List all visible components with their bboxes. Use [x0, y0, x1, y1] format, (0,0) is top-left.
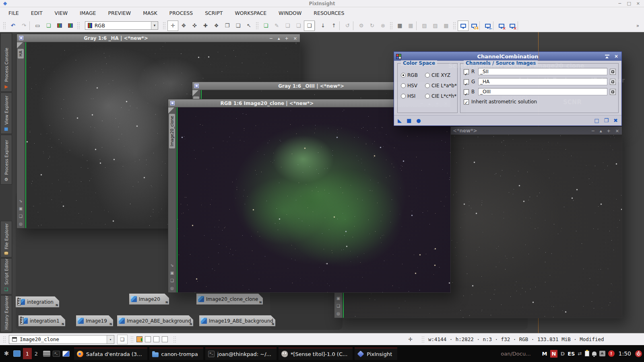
- iconified-integration[interactable]: XISF integration N: [15, 296, 60, 308]
- image-canvas-image20-clone[interactable]: [178, 107, 450, 292]
- iconified-image20-abe-background[interactable]: Image20_ABE_background N: [117, 315, 194, 327]
- duplicate-view-icon[interactable]: ❏: [19, 214, 23, 218]
- tray-n[interactable]: N: [550, 350, 558, 358]
- fit-window-icon[interactable]: ▣: [336, 296, 340, 300]
- input-r[interactable]: _SII: [478, 68, 607, 75]
- real-time-preview-button[interactable]: ●: [416, 118, 421, 123]
- notifications-bell-icon[interactable]: [592, 352, 597, 356]
- radio-cie-lab[interactable]: CIE L*a*b*: [425, 83, 457, 88]
- select-b-button[interactable]: [610, 89, 616, 95]
- drag-handle[interactable]: [3, 336, 6, 343]
- tray-es[interactable]: ES: [568, 351, 575, 357]
- sidebar-tab-script-editor[interactable]: Script Editor ❏: [0, 258, 12, 294]
- new-process-icon[interactable]: ❏: [260, 21, 271, 31]
- menu-image[interactable]: IMAGE: [74, 7, 102, 19]
- load-process-icon[interactable]: ↓: [318, 21, 328, 31]
- menu-script[interactable]: SCRIPT: [199, 7, 229, 19]
- undo-icon[interactable]: ↶: [8, 21, 19, 31]
- menu-preview[interactable]: PREVIEW: [102, 7, 137, 19]
- drag-handle[interactable]: [173, 336, 176, 343]
- checkbox-inherit[interactable]: ✓: [464, 99, 469, 105]
- network-icon[interactable]: ⇄: [578, 351, 582, 356]
- radio-hsi[interactable]: HSI: [401, 93, 425, 99]
- window-icon[interactable]: [19, 36, 23, 40]
- zoom-to-optimal-icon[interactable]: ✜: [189, 21, 200, 31]
- close-image-icon[interactable]: ×: [496, 21, 507, 31]
- select-mode-icon[interactable]: ↖: [244, 21, 254, 31]
- track-view-icon[interactable]: ✛: [167, 21, 178, 31]
- zoom-button[interactable]: +: [285, 36, 289, 41]
- task-gimp[interactable]: *[Sense títol]-1.0 (C...: [279, 348, 353, 360]
- enable-mask-icon[interactable]: ▨: [419, 21, 430, 31]
- checkbox-r[interactable]: ✓: [464, 69, 469, 74]
- app-close-button[interactable]: ×: [636, 0, 640, 7]
- edit-preview-mode-icon[interactable]: ❏: [233, 21, 244, 31]
- new-preview-mode-icon[interactable]: ❐: [222, 21, 233, 31]
- new-image-icon[interactable]: ❏: [43, 21, 54, 31]
- browse-processes-icon[interactable]: ❑: [304, 21, 315, 31]
- task-file-manager[interactable]: canon-trompa: [149, 348, 203, 360]
- paint-launcher-icon[interactable]: [62, 351, 70, 357]
- menu-edit[interactable]: EDIT: [25, 7, 49, 19]
- new-instance-button[interactable]: ❐: [604, 118, 609, 123]
- close-process-icon[interactable]: ⊗: [378, 21, 388, 31]
- channel-display-select[interactable]: RGB ▾: [85, 21, 158, 30]
- menu-file[interactable]: FILE: [2, 7, 25, 19]
- radio-hsv[interactable]: HSV: [401, 83, 425, 88]
- sidebar-tab-file-explorer[interactable]: File Explorer: [0, 221, 12, 258]
- workspace-2-button[interactable]: 2: [32, 348, 41, 359]
- pan-mode-icon[interactable]: ✚: [200, 21, 211, 31]
- duplicate-view-icon[interactable]: ❏: [336, 304, 340, 308]
- save-process-icon[interactable]: ↑: [328, 21, 339, 31]
- center-image-icon[interactable]: ❖: [211, 21, 222, 31]
- window-side-strip[interactable]: Image20_clone ⇘▣❏◎: [168, 107, 176, 292]
- apply-global-button[interactable]: ◣: [398, 118, 402, 123]
- duplicate-view-icon[interactable]: ❏: [170, 279, 174, 283]
- view-tab[interactable]: Image20_clone: [169, 114, 175, 148]
- pointer-mode-icon[interactable]: ✛: [408, 336, 413, 342]
- sidebar-tab-view-explorer[interactable]: View Explorer ■: [0, 93, 12, 134]
- add-process-icon[interactable]: ❏: [293, 21, 304, 31]
- clock[interactable]: 1:50: [619, 350, 631, 357]
- reload-process-icon[interactable]: ↻: [367, 21, 378, 31]
- app-titlebar[interactable]: ◆ PixInsight −□×: [0, 0, 644, 7]
- input-g[interactable]: _HA: [478, 78, 607, 85]
- shade-button[interactable]: ▴: [278, 36, 280, 41]
- resize-corner-icon[interactable]: ⇘: [19, 199, 22, 203]
- track-target-icon[interactable]: ◎: [19, 222, 23, 226]
- iconified-image19-abe-background[interactable]: Image19_ABE_background N: [199, 315, 276, 327]
- fit-window-icon[interactable]: ▣: [170, 271, 174, 275]
- shade-button[interactable]: ▴: [600, 129, 602, 133]
- clipboard-icon[interactable]: [585, 351, 589, 356]
- track-target-icon[interactable]: ◎: [336, 312, 340, 316]
- select-g-button[interactable]: [610, 79, 616, 85]
- workspace-square-3[interactable]: [153, 336, 159, 342]
- radio-cie-lch[interactable]: CIE L*c*h*: [425, 93, 457, 99]
- edit-view-id-icon[interactable]: ▭: [32, 21, 43, 31]
- menu-mask[interactable]: MASK: [137, 7, 163, 19]
- workspace-square-4[interactable]: [162, 336, 168, 342]
- window-list-icon[interactable]: [13, 350, 21, 357]
- input-b[interactable]: _OIII: [478, 88, 607, 95]
- chevron-down-icon[interactable]: ▾: [107, 335, 114, 343]
- extract-channels-icon[interactable]: [54, 21, 65, 31]
- sidebar-tab-history-explorer[interactable]: History Explorer ◆: [0, 295, 12, 332]
- workspace-square-1[interactable]: [136, 336, 142, 342]
- chevron-down-icon[interactable]: ▾: [151, 22, 158, 29]
- alert-icon[interactable]: !: [608, 350, 615, 357]
- minimize-button[interactable]: −: [591, 129, 595, 133]
- combine-channels-icon[interactable]: [65, 21, 76, 31]
- iconified-image20-clone-clone[interactable]: Image20_clone_clone N: [196, 293, 263, 305]
- window-side-strip[interactable]: HA ⇘▣❏◎: [17, 42, 25, 228]
- reset-button[interactable]: ✖: [613, 118, 618, 123]
- tray-d[interactable]: D: [560, 351, 565, 357]
- fit-window-icon[interactable]: ▣: [19, 207, 23, 211]
- show-desktop-button[interactable]: ✱: [2, 350, 11, 357]
- next-workspace-icon[interactable]: ←: [482, 21, 493, 31]
- resize-corner-icon[interactable]: ⇘: [170, 263, 173, 267]
- menu-view[interactable]: VIEW: [49, 7, 74, 19]
- process-settings-icon[interactable]: ⚙: [356, 21, 367, 31]
- window-icon[interactable]: [194, 84, 199, 88]
- new-workspace-icon[interactable]: [458, 21, 469, 31]
- menu-process[interactable]: PROCESS: [163, 7, 199, 19]
